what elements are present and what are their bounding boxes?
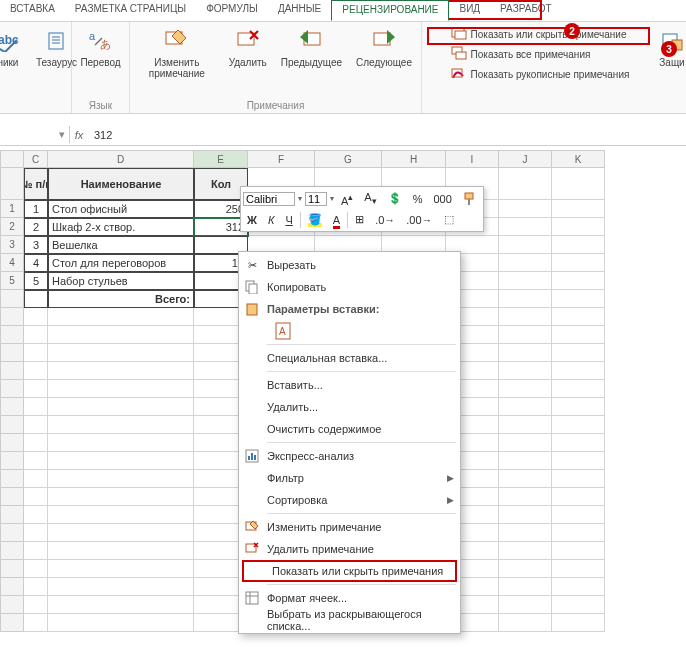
cell[interactable]: Стол для переговоров bbox=[48, 254, 194, 272]
row-header[interactable] bbox=[0, 488, 24, 506]
table-header-name[interactable]: Наименование bbox=[48, 168, 194, 200]
cell[interactable] bbox=[552, 380, 605, 398]
cell[interactable] bbox=[48, 344, 194, 362]
row-header[interactable] bbox=[0, 560, 24, 578]
accounting-format-icon[interactable]: 💲 bbox=[384, 190, 406, 207]
col-header[interactable]: F bbox=[248, 150, 315, 168]
row-header[interactable] bbox=[0, 434, 24, 452]
cell[interactable] bbox=[24, 398, 48, 416]
cell[interactable] bbox=[499, 488, 552, 506]
fill-color-button[interactable]: 🪣 bbox=[304, 211, 326, 229]
menu-insert[interactable]: Вставить... bbox=[239, 374, 460, 396]
show-ink-comments-button[interactable]: Показать рукописные примечания bbox=[448, 65, 633, 83]
tab-formulas[interactable]: ФОРМУЛЫ bbox=[196, 0, 268, 21]
cell[interactable] bbox=[48, 470, 194, 488]
col-header[interactable]: G bbox=[315, 150, 382, 168]
cell[interactable] bbox=[552, 272, 605, 290]
cell[interactable]: Набор стульев bbox=[48, 272, 194, 290]
cell[interactable] bbox=[552, 290, 605, 308]
format-painter-icon[interactable] bbox=[459, 190, 481, 208]
cell[interactable] bbox=[499, 272, 552, 290]
cell[interactable] bbox=[499, 236, 552, 254]
font-size-input[interactable] bbox=[305, 192, 327, 206]
cell[interactable] bbox=[499, 506, 552, 524]
cell[interactable] bbox=[24, 452, 48, 470]
cell[interactable] bbox=[499, 218, 552, 236]
cell[interactable] bbox=[48, 542, 194, 560]
border-button[interactable]: ⊞ bbox=[351, 211, 368, 228]
font-name-input[interactable] bbox=[243, 192, 295, 206]
cell[interactable] bbox=[499, 578, 552, 596]
cell[interactable] bbox=[24, 596, 48, 614]
menu-copy[interactable]: Копировать bbox=[239, 276, 460, 298]
cell[interactable] bbox=[48, 308, 194, 326]
cell[interactable] bbox=[499, 524, 552, 542]
cell[interactable]: 4 bbox=[24, 254, 48, 272]
cell[interactable] bbox=[48, 596, 194, 614]
col-header[interactable]: D bbox=[48, 150, 194, 168]
menu-delete[interactable]: Удалить... bbox=[239, 396, 460, 418]
cell[interactable] bbox=[552, 470, 605, 488]
menu-cut[interactable]: ✂Вырезать bbox=[239, 254, 460, 276]
col-header[interactable]: I bbox=[446, 150, 499, 168]
next-comment-button[interactable]: Следующее bbox=[352, 25, 416, 70]
bold-button[interactable]: Ж bbox=[243, 212, 261, 228]
cell[interactable] bbox=[499, 542, 552, 560]
tab-page-layout[interactable]: РАЗМЕТКА СТРАНИЦЫ bbox=[65, 0, 196, 21]
row-header[interactable]: 1 bbox=[0, 200, 24, 218]
menu-quick-analysis[interactable]: Экспресс-анализ bbox=[239, 445, 460, 467]
row-header[interactable]: 4 bbox=[0, 254, 24, 272]
cell[interactable] bbox=[552, 452, 605, 470]
cell[interactable] bbox=[48, 578, 194, 596]
cell[interactable] bbox=[552, 488, 605, 506]
col-header[interactable]: K bbox=[552, 150, 605, 168]
cell[interactable] bbox=[48, 614, 194, 632]
row-header[interactable] bbox=[0, 326, 24, 344]
cell[interactable] bbox=[24, 416, 48, 434]
cell[interactable] bbox=[552, 236, 605, 254]
cell[interactable] bbox=[24, 380, 48, 398]
increase-decimal-icon[interactable]: .00→ bbox=[402, 212, 436, 228]
row-header[interactable] bbox=[0, 290, 24, 308]
cell[interactable] bbox=[552, 218, 605, 236]
tab-developer[interactable]: РАЗРАБОТ bbox=[490, 0, 562, 21]
row-header[interactable] bbox=[0, 344, 24, 362]
row-header[interactable] bbox=[0, 168, 24, 200]
cell[interactable] bbox=[552, 542, 605, 560]
cell[interactable] bbox=[552, 416, 605, 434]
menu-filter[interactable]: Фильтр▶ bbox=[239, 467, 460, 489]
italic-button[interactable]: К bbox=[264, 212, 278, 228]
cell[interactable] bbox=[48, 524, 194, 542]
merge-button[interactable]: ⬚ bbox=[440, 211, 458, 228]
increase-font-icon[interactable]: A▴ bbox=[337, 189, 357, 209]
menu-delete-comment[interactable]: Удалить примечание bbox=[239, 538, 460, 560]
translate-button[interactable]: aあ Перевод bbox=[76, 25, 124, 70]
cell[interactable] bbox=[48, 560, 194, 578]
cell[interactable] bbox=[499, 416, 552, 434]
cell[interactable] bbox=[24, 344, 48, 362]
cell[interactable] bbox=[48, 434, 194, 452]
tab-data[interactable]: ДАННЫЕ bbox=[268, 0, 331, 21]
cell[interactable] bbox=[499, 398, 552, 416]
cell[interactable] bbox=[499, 560, 552, 578]
row-header[interactable]: 2 bbox=[0, 218, 24, 236]
cell[interactable] bbox=[552, 560, 605, 578]
menu-paste-values[interactable]: A bbox=[239, 320, 460, 342]
col-header[interactable]: J bbox=[499, 150, 552, 168]
row-header[interactable] bbox=[0, 380, 24, 398]
cell[interactable]: 3 bbox=[24, 236, 48, 254]
show-hide-comment-button[interactable]: Показать или скрыть примечание bbox=[448, 25, 633, 43]
cell[interactable] bbox=[499, 380, 552, 398]
cell[interactable]: Вешелка bbox=[48, 236, 194, 254]
cell[interactable] bbox=[552, 434, 605, 452]
prev-comment-button[interactable]: Предыдущее bbox=[277, 25, 346, 70]
row-header[interactable] bbox=[0, 506, 24, 524]
cell[interactable] bbox=[552, 614, 605, 632]
cell[interactable] bbox=[24, 614, 48, 632]
row-header[interactable] bbox=[0, 362, 24, 380]
cell[interactable] bbox=[24, 506, 48, 524]
fx-icon[interactable]: fx bbox=[70, 129, 88, 141]
cell[interactable] bbox=[552, 596, 605, 614]
cell[interactable] bbox=[552, 344, 605, 362]
cell[interactable] bbox=[24, 290, 48, 308]
